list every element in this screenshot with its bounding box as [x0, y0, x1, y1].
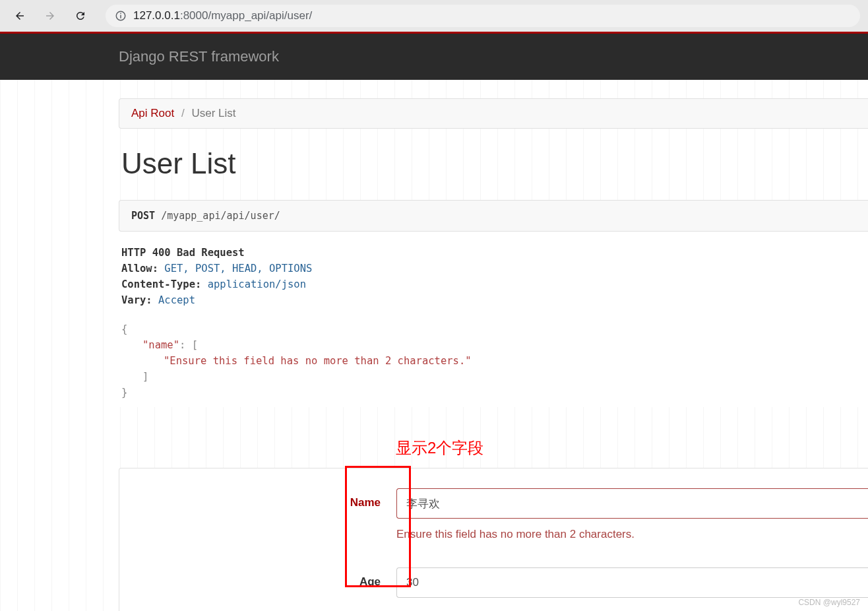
age-label: Age — [119, 567, 396, 589]
forward-button — [38, 4, 62, 28]
url-text: 127.0.0.1:8000/myapp_api/api/user/ — [133, 9, 312, 22]
form-row-age: Age — [119, 562, 868, 603]
annotation-text: 显示2个字段 — [396, 437, 868, 459]
json-open: { — [121, 321, 865, 337]
breadcrumb-current: User List — [191, 107, 235, 119]
name-input[interactable] — [396, 488, 868, 519]
json-close-bracket: ] — [121, 369, 865, 385]
breadcrumb: Api Root / User List — [119, 98, 868, 129]
header-key: Content-Type: — [121, 278, 201, 290]
json-key: "name" — [142, 339, 179, 351]
header-value: GET, POST, HEAD, OPTIONS — [164, 263, 312, 274]
name-error: Ensure this field has no more than 2 cha… — [396, 528, 868, 541]
request-path: /myapp_api/api/user/ — [161, 210, 280, 222]
back-button[interactable] — [8, 4, 32, 28]
watermark: CSDN @wyl9527 — [798, 598, 860, 607]
browser-toolbar: 127.0.0.1:8000/myapp_api/api/user/ — [0, 0, 868, 32]
breadcrumb-root-link[interactable]: Api Root — [131, 107, 174, 119]
header-value: application/json — [208, 278, 306, 290]
arrow-left-icon — [14, 10, 26, 22]
page-title: User List — [121, 147, 868, 180]
info-icon — [115, 10, 127, 22]
arrow-right-icon — [44, 10, 56, 22]
svg-rect-2 — [120, 13, 121, 15]
header-key: Allow: — [121, 263, 158, 274]
name-label: Name — [119, 488, 396, 509]
age-input[interactable] — [396, 567, 868, 598]
request-info: POST /myapp_api/api/user/ — [119, 200, 868, 232]
svg-rect-1 — [120, 15, 121, 18]
header-key: Vary: — [121, 294, 152, 306]
reload-icon — [75, 10, 86, 22]
response-status: HTTP 400 Bad Request — [121, 245, 865, 261]
request-method: POST — [131, 210, 155, 222]
breadcrumb-separator: / — [181, 107, 185, 119]
form-row-name: Name Ensure this field has no more than … — [119, 483, 868, 562]
header-value: Accept — [158, 294, 195, 306]
response-body: HTTP 400 Bad Request Allow: GET, POST, H… — [119, 232, 868, 407]
brand-link[interactable]: Django REST framework — [119, 48, 279, 65]
reload-button[interactable] — [69, 4, 92, 28]
top-nav: Django REST framework — [0, 34, 868, 80]
json-string: "Ensure this field has no more than 2 ch… — [164, 355, 472, 367]
json-close: } — [121, 385, 865, 401]
form-panel: Name Ensure this field has no more than … — [119, 468, 868, 611]
address-bar[interactable]: 127.0.0.1:8000/myapp_api/api/user/ — [106, 5, 860, 27]
